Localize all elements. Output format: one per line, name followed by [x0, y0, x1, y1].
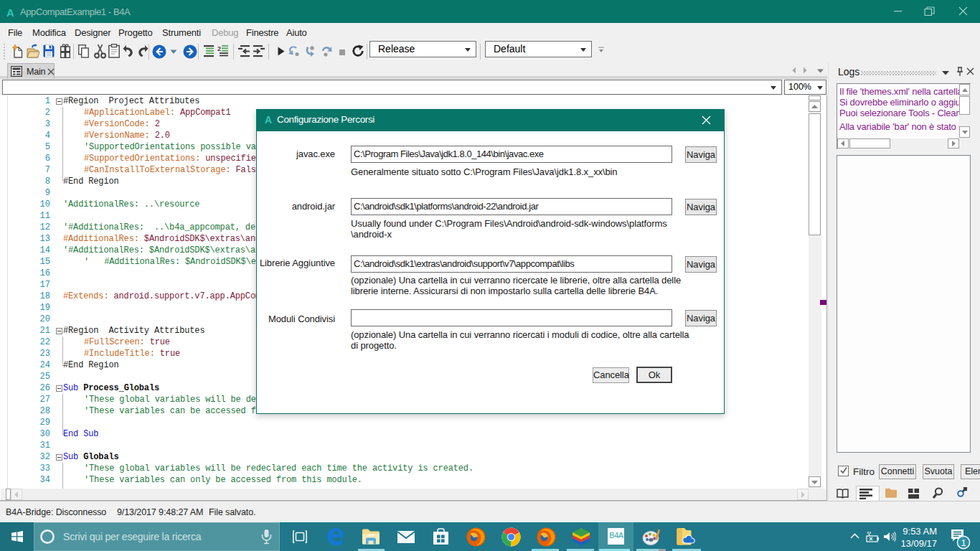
- svg-text:2: 2: [217, 45, 221, 52]
- svg-text:1: 1: [961, 537, 966, 548]
